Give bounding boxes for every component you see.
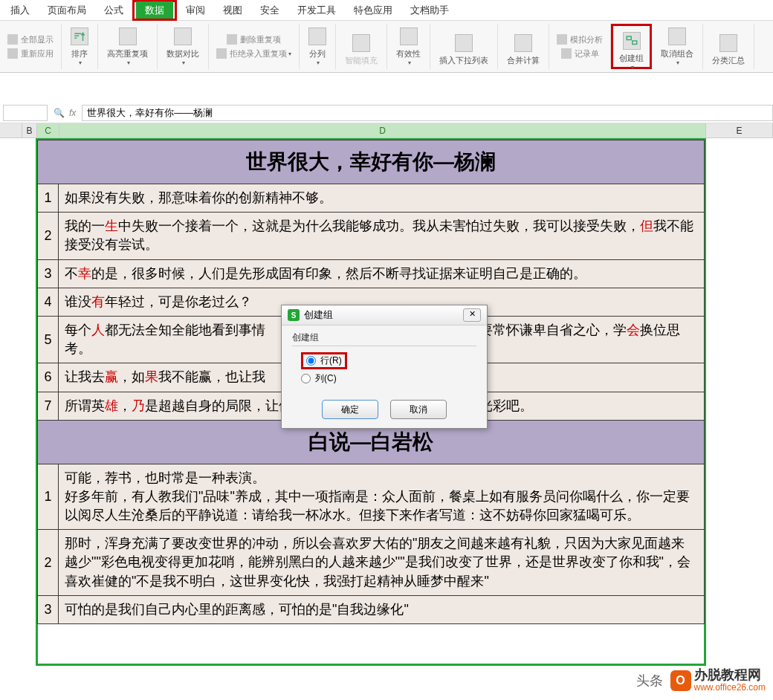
row-number: 4 <box>38 288 59 316</box>
ok-button[interactable]: 确定 <box>322 400 378 419</box>
svg-rect-0 <box>627 36 631 40</box>
compare-icon <box>174 27 192 45</box>
data-compare-button[interactable]: 数据对比▾ <box>162 25 204 68</box>
dialog-title-text: 创建组 <box>304 308 333 322</box>
col-radio[interactable] <box>301 374 311 383</box>
dialog-section-label: 创建组 <box>292 331 476 344</box>
col-header-b[interactable]: B <box>22 123 37 137</box>
row-text[interactable]: 那时，浑身充满了要改变世界的冲动，所以会喜欢罗大佑的"朋友之间越来越有礼貌，只因… <box>59 530 705 596</box>
logo-icon: O <box>670 670 691 691</box>
toutiao-label: 头条 <box>636 672 663 690</box>
sheet-area: B C D E 世界很大，幸好有你—杨澜 1如果没有失败，那意味着你的创新精神不… <box>0 123 773 138</box>
row-option-highlight: 行(R) <box>301 352 347 369</box>
table-row[interactable]: 2那时，浑身充满了要改变世界的冲动，所以会喜欢罗大佑的"朋友之间越来越有礼貌，只… <box>38 530 705 596</box>
row-number: 5 <box>38 316 59 363</box>
row-text[interactable]: 如果没有失败，那意味着你的创新精神不够。 <box>59 184 705 213</box>
group-icon <box>623 32 641 50</box>
col-header-d[interactable]: D <box>59 123 706 137</box>
validation-button[interactable]: 有效性▾ <box>392 25 425 68</box>
watermark-line1: 办脱教程网 <box>694 668 766 683</box>
dialog-titlebar[interactable]: S 创建组 ✕ <box>282 305 487 325</box>
table-row[interactable]: 2我的一生中失败一个接着一个，这就是为什么我能够成功。我从未害怕过失败，我可以接… <box>38 213 705 259</box>
menu-data[interactable]: 数据 <box>136 1 173 19</box>
row-text[interactable]: 我的一生中失败一个接着一个，这就是为什么我能够成功。我从未害怕过失败，我可以接受… <box>59 213 705 259</box>
row-number: 1 <box>38 464 59 530</box>
show-all-button[interactable]: 全部显示 <box>4 33 56 47</box>
menu-bar: 插入 页面布局 公式 数据 审阅 视图 安全 开发工具 特色应用 文档助手 <box>0 0 773 21</box>
split-button[interactable]: 分列▾ <box>304 25 331 68</box>
column-headers: B C D E <box>0 123 773 138</box>
highlight-icon <box>119 27 137 45</box>
record-form-button[interactable]: 记录单 <box>558 47 602 61</box>
corner[interactable] <box>0 123 22 137</box>
menu-data-highlight: 数据 <box>132 0 177 21</box>
row-radio-label: 行(R) <box>320 354 342 367</box>
menu-security[interactable]: 安全 <box>251 1 288 20</box>
zoom-icon[interactable]: 🔍 <box>54 108 65 118</box>
what-if-button[interactable]: 模拟分析 <box>554 33 606 47</box>
watermark-line2: www.office26.com <box>694 683 766 693</box>
watermark: 头条 O 办脱教程网 www.office26.com <box>636 668 766 693</box>
subtotal-icon <box>719 34 737 52</box>
menu-view[interactable]: 视图 <box>214 1 251 20</box>
subtotal-button[interactable]: 分类汇总 <box>708 25 749 68</box>
validation-icon <box>400 27 418 45</box>
row-text[interactable]: 可怕的是我们自己内心里的距离感，可怕的是"自我边缘化" <box>59 595 705 623</box>
table-row[interactable]: 3不幸的是，很多时候，人们是先形成固有印象，然后不断寻找证据来证明自己是正确的。 <box>38 259 705 288</box>
sort-button[interactable]: 排序▾ <box>66 25 93 68</box>
menu-formula[interactable]: 公式 <box>95 1 132 20</box>
create-group-dialog: S 创建组 ✕ 创建组 行(R) 列(C) 确定 取消 <box>281 305 488 429</box>
highlight-dup-button[interactable]: 高亮重复项▾ <box>103 25 152 68</box>
row-number: 7 <box>38 392 59 420</box>
funnel-icon <box>7 34 18 45</box>
create-group-button[interactable]: 创建组▾ <box>615 27 648 72</box>
chevron-down-icon: ▾ <box>79 59 82 66</box>
reject-icon <box>216 48 227 59</box>
table-row[interactable]: 3可怕的是我们自己内心里的距离感，可怕的是"自我边缘化" <box>38 595 705 623</box>
reapply-button[interactable]: 重新应用 <box>4 47 56 61</box>
row-number: 3 <box>38 595 59 623</box>
consolidate-button[interactable]: 合并计算 <box>502 25 544 68</box>
what-if-icon <box>557 34 567 45</box>
col-radio-label: 列(C) <box>315 372 337 385</box>
refresh-icon <box>7 48 18 59</box>
form-icon <box>561 48 572 59</box>
formula-bar[interactable] <box>82 105 773 121</box>
row-number: 1 <box>38 184 59 213</box>
fx-label: fx <box>69 108 76 118</box>
reject-dup-button[interactable]: 拒绝录入重复项▾ <box>213 47 294 61</box>
ungroup-button[interactable]: 取消组合▾ <box>656 25 698 68</box>
cancel-button[interactable]: 取消 <box>390 400 447 419</box>
row-number: 3 <box>38 259 59 288</box>
menu-special[interactable]: 特色应用 <box>345 1 401 20</box>
dropdown-icon <box>455 34 473 52</box>
sort-icon <box>71 27 88 45</box>
menu-review[interactable]: 审阅 <box>177 1 214 20</box>
table-row[interactable]: 1可能，荐书，也时常是一种表演。好多年前，有人教我们"品味"养成，其中一项指南是… <box>38 464 705 530</box>
row-number: 6 <box>38 363 59 392</box>
title-row-1: 世界很大，幸好有你—杨澜 <box>38 140 705 184</box>
col-header-c[interactable]: C <box>37 123 59 137</box>
menu-page-layout[interactable]: 页面布局 <box>39 1 95 20</box>
menu-doc-helper[interactable]: 文档助手 <box>401 1 458 20</box>
close-icon[interactable]: ✕ <box>463 308 481 322</box>
title-1[interactable]: 世界很大，幸好有你—杨澜 <box>38 140 705 184</box>
menu-dev-tools[interactable]: 开发工具 <box>288 1 345 20</box>
row-number: 2 <box>38 213 59 259</box>
table-row[interactable]: 1如果没有失败，那意味着你的创新精神不够。 <box>38 184 705 213</box>
row-text[interactable]: 不幸的是，很多时候，人们是先形成固有印象，然后不断寻找证据来证明自己是正确的。 <box>59 259 705 288</box>
name-box[interactable] <box>3 105 48 121</box>
row-number: 2 <box>38 530 59 596</box>
menu-insert[interactable]: 插入 <box>1 1 39 20</box>
svg-rect-1 <box>632 41 636 45</box>
row-text[interactable]: 可能，荐书，也时常是一种表演。好多年前，有人教我们"品味"养成，其中一项指南是：… <box>59 464 705 530</box>
consolidate-icon <box>514 34 532 52</box>
ungroup-icon <box>668 27 686 45</box>
split-icon <box>308 27 326 45</box>
remove-dup-button[interactable]: 删除重复项 <box>224 33 284 47</box>
col-header-e[interactable]: E <box>706 123 773 137</box>
wps-icon: S <box>288 309 300 321</box>
smart-fill-button[interactable]: 智能填充 <box>340 25 382 68</box>
insert-dropdown-button[interactable]: 插入下拉列表 <box>435 25 493 68</box>
row-radio[interactable] <box>306 356 316 366</box>
